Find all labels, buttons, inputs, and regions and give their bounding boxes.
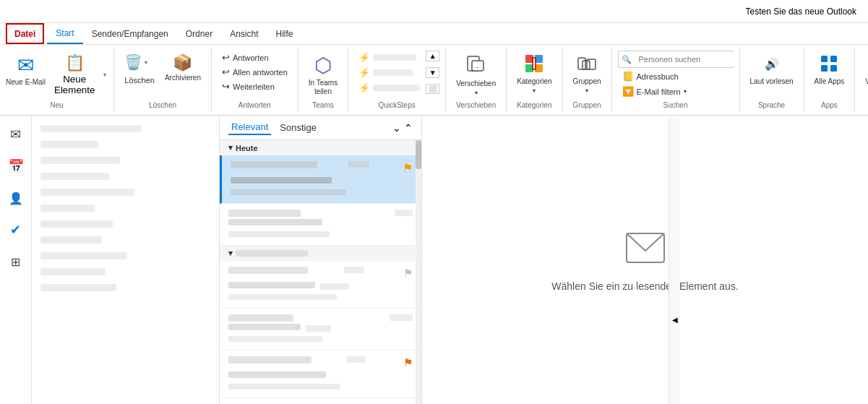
folder-item[interactable] <box>32 137 219 153</box>
email-preview <box>228 231 330 237</box>
adressbuch-button[interactable]: 📒 Adressbuch <box>618 69 734 83</box>
personen-suchen-wrap: 🔍 <box>618 51 734 68</box>
icon-loeschen-wrap: 🗑️ ▾ <box>120 51 159 74</box>
new-email-button[interactable]: ✉ Neue E-Mail <box>6 51 46 90</box>
email-item[interactable]: ⚑ <box>220 351 421 398</box>
email-scrollbar-thumb[interactable] <box>416 140 421 169</box>
folder-item[interactable] <box>32 153 219 169</box>
quickstep-2[interactable]: ⚡ <box>354 66 424 79</box>
quicksteps-dialog[interactable]: ⬜ <box>426 84 439 94</box>
laut-vorlesen-label: Laut vorlesen <box>750 77 794 86</box>
sort-up-button[interactable]: ⌃ <box>404 122 413 134</box>
folder-item[interactable] <box>32 201 219 217</box>
archivieren-button[interactable]: 📦 Archivieren <box>160 51 205 85</box>
section-older-expand[interactable]: ▾ <box>228 249 233 258</box>
quickstep-3[interactable]: ⚡ <box>354 81 424 95</box>
email-sender <box>228 314 293 322</box>
email-item[interactable]: ⚑ <box>220 261 421 309</box>
antworten-label: Antworten <box>233 53 269 62</box>
viva-insights-label: Viva Insights <box>865 77 868 86</box>
email-sender <box>228 356 311 364</box>
email-item[interactable] <box>220 309 421 351</box>
email-sender-row: ⚑ <box>228 356 413 369</box>
group-neu: ✉ Neue E-Mail 📋 Neue Elemente ▾ Neu <box>0 48 114 112</box>
folder-item[interactable] <box>32 233 219 249</box>
allen-antworten-button[interactable]: ↩ Allen antworten <box>218 65 292 79</box>
email-list-panel: Relevant Sonstige ⌄ ⌃ ▾ Heute ⚑ <box>220 116 422 404</box>
folder-item[interactable] <box>32 265 219 280</box>
kategorien-button[interactable]: Kategorien▾ <box>512 51 556 98</box>
email-preview <box>228 294 337 300</box>
nav-contacts[interactable]: 👤 <box>3 185 29 211</box>
tab-sonstige[interactable]: Sonstige <box>277 121 319 134</box>
folder-item[interactable] <box>32 217 219 233</box>
loeschen-label-btn[interactable]: Löschen <box>120 74 159 86</box>
quicksteps-nav: ▲ ▼ ⬜ <box>426 51 439 94</box>
personen-suchen-input[interactable] <box>633 53 734 66</box>
group-suchen-items: 🔍 📒 Adressbuch 🔽 E-Mail filtern ▾ <box>618 51 734 100</box>
svg-rect-8 <box>578 58 585 69</box>
sort-down-button[interactable]: ⌄ <box>392 122 401 134</box>
email-scrollbar-track[interactable] <box>416 140 421 404</box>
group-suchen-label: Suchen <box>663 100 688 109</box>
email-sender <box>228 267 308 274</box>
nav-mail[interactable]: ✉ <box>3 121 29 147</box>
folder-item[interactable] <box>32 121 219 137</box>
group-antworten: ↩ Antworten ↩ Allen antworten ↪ Weiterle… <box>212 48 298 112</box>
email-filtern-button[interactable]: 🔽 E-Mail filtern ▾ <box>618 85 734 98</box>
folder-item[interactable] <box>32 185 219 201</box>
reading-pane-message: Wählen Sie ein zu lesendes Element aus. <box>551 280 738 292</box>
email-item[interactable] <box>220 204 421 246</box>
laut-vorlesen-button[interactable]: 🔊 Laut vorlesen <box>746 51 798 89</box>
gruppen-button[interactable]: Gruppen▾ <box>569 51 606 98</box>
folder-item[interactable] <box>32 169 219 185</box>
group-loeschen: 🗑️ ▾ Löschen 📦 Archivieren Löschen <box>114 48 212 112</box>
section-heute-expand[interactable]: ▾ <box>228 143 233 152</box>
email-filtern-label: E-Mail filtern <box>637 87 681 96</box>
verschieben-button[interactable]: → Verschieben▾ <box>452 51 500 100</box>
group-quicksteps: ⚡ ⚡ ⚡ ▲ ▼ ⬜ <box>348 48 446 112</box>
verschieben-wrap: → Verschieben▾ <box>452 51 500 100</box>
alle-apps-button[interactable]: Alle Apps <box>810 51 849 89</box>
quicksteps-up[interactable]: ▲ <box>426 51 439 61</box>
email-time <box>347 356 366 363</box>
email-item[interactable] <box>220 398 421 404</box>
nav-apps[interactable]: ⊞ <box>3 249 29 275</box>
group-apps: Alle Apps Apps <box>804 48 856 112</box>
svg-rect-9 <box>583 61 590 69</box>
tab-start[interactable]: Start <box>47 23 82 44</box>
quicksteps-down[interactable]: ▼ <box>426 67 439 78</box>
quickstep-1[interactable]: ⚡ <box>354 51 424 64</box>
loeschen-button[interactable]: 🗑️ ▾ <box>120 51 152 74</box>
email-item[interactable]: ⚑ <box>220 155 421 204</box>
email-sender <box>231 161 317 168</box>
teams-button[interactable]: ⬡ In Teamsteilen <box>304 51 342 99</box>
new-items-arrow[interactable]: ▾ <box>102 51 108 98</box>
folder-item[interactable] <box>32 249 219 265</box>
tab-ansicht[interactable]: Ansicht <box>221 23 267 44</box>
email-subject <box>228 324 301 330</box>
tab-hilfe[interactable]: Hilfe <box>267 23 302 44</box>
email-subject-row <box>228 219 413 229</box>
tab-senden[interactable]: Senden/Empfangen <box>83 23 177 44</box>
tab-ordner[interactable]: Ordner <box>177 23 221 44</box>
folder-item[interactable] <box>32 280 219 296</box>
tab-relevant[interactable]: Relevant <box>228 120 271 135</box>
antworten-button[interactable]: ↩ Antworten <box>218 51 273 64</box>
nav-calendar[interactable]: 📅 <box>3 153 29 179</box>
email-preview-row <box>228 292 413 302</box>
weiterleiten-button[interactable]: ↪ Weiterleiten <box>218 79 279 93</box>
search-icon: 🔍 <box>622 55 632 64</box>
group-gruppen-items: Gruppen▾ <box>569 51 606 100</box>
viva-insights-button[interactable]: Viva Insights <box>861 51 868 89</box>
antworten-icon: ↩ <box>222 52 230 63</box>
alle-apps-icon <box>819 53 839 76</box>
email-sender-row: ⚑ <box>231 161 413 175</box>
new-items-button[interactable]: 📋 Neue Elemente <box>47 51 102 98</box>
svg-rect-14 <box>821 65 828 72</box>
main-layout: ✉ 📅 👤 ✔ ⊞ ◀ Relevant Sonstige <box>0 116 868 404</box>
verschieben-label: Verschieben▾ <box>456 79 496 97</box>
nav-tasks[interactable]: ✔ <box>3 217 29 243</box>
folder-panel: ◀ <box>32 116 220 404</box>
tab-datei[interactable]: Datei <box>6 23 44 44</box>
